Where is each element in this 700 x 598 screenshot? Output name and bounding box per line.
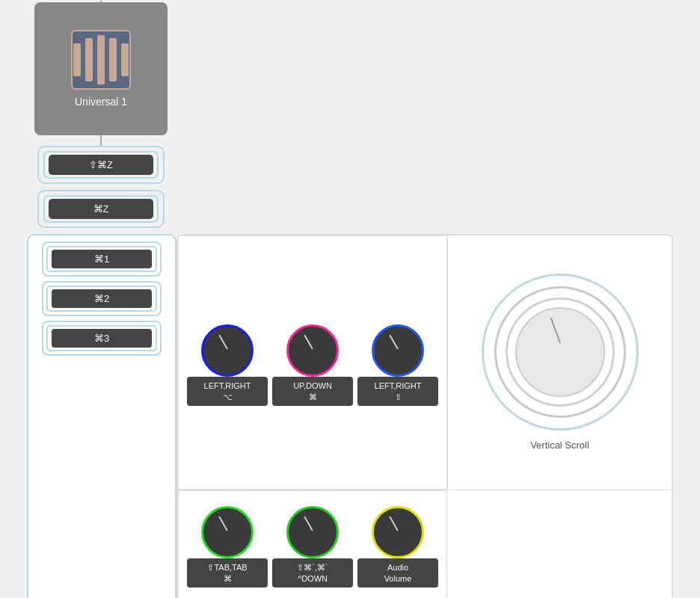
knob-4-inner [208, 513, 247, 552]
knob-left-right-alt[interactable]: LEFT,RIGHT⌥ [186, 321, 268, 409]
cmd2-outer: ⌘2 [42, 281, 162, 316]
bar5 [121, 43, 129, 76]
knob-3-inner [378, 331, 417, 370]
cmd1-inner: ⌘1 [46, 246, 157, 272]
knob-6 [372, 506, 424, 558]
knob-2-inner [293, 331, 332, 370]
redo-shortcut-inner: ⇧⌘Z [43, 151, 159, 179]
left-column-top: Universal 1 ⇧⌘Z ⌘Z [27, 0, 175, 234]
knob-4-label: ⇧TAB,TAB⌘ [187, 558, 268, 588]
knob-cmd-backtick[interactable]: ⇧⌘`,⌘`^DOWN [271, 503, 354, 591]
universal-icon [71, 30, 131, 90]
scroll-label: Vertical Scroll [530, 440, 589, 451]
bar3 [97, 35, 105, 84]
undo-shortcut-inner: ⌘Z [43, 195, 159, 223]
cmd1-outer: ⌘1 [42, 241, 162, 277]
app-root: Universal 1 ⇧⌘Z ⌘Z [27, 0, 673, 598]
knob-2-modifier: ⌘ [309, 392, 317, 401]
universal-label: Universal 1 [75, 96, 127, 108]
bar2 [85, 38, 93, 81]
redo-button[interactable]: ⇧⌘Z [49, 155, 153, 175]
knob-3 [372, 324, 424, 377]
knob-audio-volume[interactable]: AudioVolume [357, 503, 439, 591]
knob-6-sublabel: Volume [384, 574, 412, 583]
knob-4-modifier: ⌘ [224, 574, 232, 583]
undo-button[interactable]: ⌘Z [49, 199, 153, 219]
left-column-bottom: ⌘1 ⌘2 ⌘3 [27, 234, 176, 599]
knob-5-label: ⇧⌘`,⌘`^DOWN [272, 558, 353, 588]
knob-1 [201, 324, 254, 377]
grid-top-row: LEFT,RIGHT⌥ UP,DOWN⌘ LEFT,RI [178, 235, 672, 490]
knob-tab-shift-tab[interactable]: ⇧TAB,TAB⌘ [186, 503, 268, 591]
cmd3-inner: ⌘3 [46, 325, 157, 351]
vertical-scroll-cell[interactable]: Vertical Scroll [447, 235, 672, 490]
large-knob-core [515, 307, 605, 397]
knob-5-modifier: ^DOWN [298, 574, 328, 583]
universal-tile[interactable]: Universal 1 [34, 2, 168, 135]
knob-up-down-cmd[interactable]: UP,DOWN⌘ [271, 321, 354, 409]
undo-shortcut-outer: ⌘Z [37, 190, 165, 228]
knob-1-inner [208, 331, 247, 370]
knob-2-label: UP,DOWN⌘ [272, 377, 353, 406]
cmd3-button[interactable]: ⌘3 [52, 329, 152, 348]
knob-5 [286, 506, 339, 558]
cmd1-group: ⌘1 [34, 241, 169, 277]
connector-line-1 [100, 135, 102, 146]
cmd3-outer: ⌘3 [42, 321, 162, 356]
knob-3-label: LEFT,RIGHT⇧ [357, 377, 438, 406]
knob-4 [201, 506, 254, 558]
redo-shortcut-outer: ⇧⌘Z [37, 146, 165, 184]
bottom-row: ⌘1 ⌘2 ⌘3 [27, 234, 673, 599]
cmd2-inner: ⌘2 [46, 286, 157, 312]
knob-6-inner [378, 513, 417, 552]
knobs-row1-cell: LEFT,RIGHT⌥ UP,DOWN⌘ LEFT,RI [178, 235, 447, 490]
large-knob-mid [494, 286, 626, 418]
knob-6-label: AudioVolume [357, 558, 438, 588]
cmd3-group: ⌘3 [34, 321, 169, 356]
grid-bottom-row: ⇧TAB,TAB⌘ ⇧⌘`,⌘`^DOWN AudioV [178, 490, 672, 599]
knob-1-modifier: ⌥ [223, 392, 233, 401]
cmd1-button[interactable]: ⌘1 [52, 250, 152, 268]
large-knob-outer [482, 274, 639, 431]
knob-1-label: LEFT,RIGHT⌥ [187, 377, 268, 406]
large-knob-inner [506, 298, 615, 407]
cmd2-group: ⌘2 [34, 281, 169, 316]
vertical-bars-icon [73, 35, 129, 84]
knob-2 [286, 324, 339, 377]
knob-3-modifier: ⇧ [395, 392, 402, 401]
bar1 [73, 43, 81, 76]
knobs-row2-cell: ⇧TAB,TAB⌘ ⇧⌘`,⌘`^DOWN AudioV [178, 490, 447, 599]
knob-left-right-shift[interactable]: LEFT,RIGHT⇧ [357, 321, 439, 409]
top-row: Universal 1 ⇧⌘Z ⌘Z [27, 0, 175, 234]
cmd2-button[interactable]: ⌘2 [52, 289, 152, 308]
bar4 [109, 38, 117, 81]
right-grid: LEFT,RIGHT⌥ UP,DOWN⌘ LEFT,RI [176, 234, 673, 599]
knob-5-inner [293, 513, 332, 552]
